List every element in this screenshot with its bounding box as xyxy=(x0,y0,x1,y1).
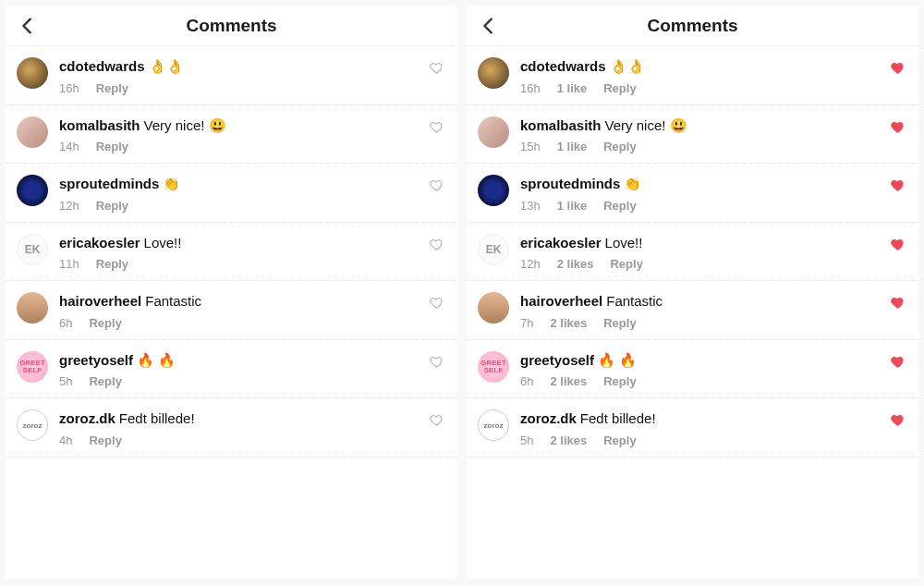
avatar[interactable]: EK xyxy=(17,234,48,265)
timestamp: 6h xyxy=(520,374,533,388)
comment-text: Love!! xyxy=(605,235,643,250)
timestamp: 12h xyxy=(520,257,541,271)
avatar[interactable]: zoroz xyxy=(17,409,48,441)
comment-text-line: komalbasithVery nice! 😃 xyxy=(59,116,415,135)
comment-meta: 12hReply xyxy=(59,199,415,213)
like-button[interactable] xyxy=(887,61,907,75)
comment-body: komalbasithVery nice! 😃15h1 likeReply xyxy=(520,116,876,154)
comment-row: zorozzoroz.dkFedt billede!4hReply xyxy=(6,398,457,458)
comment-text: 🔥 🔥 xyxy=(137,352,176,368)
reply-button[interactable]: Reply xyxy=(603,140,636,153)
comment-row: cdotedwards👌👌16hReply xyxy=(6,46,457,105)
back-button[interactable] xyxy=(476,13,502,39)
comment-text: Very nice! 😃 xyxy=(605,117,687,133)
reply-button[interactable]: Reply xyxy=(603,374,636,388)
avatar[interactable] xyxy=(478,175,509,206)
timestamp: 13h xyxy=(520,199,541,213)
like-button[interactable] xyxy=(426,355,446,369)
comment-text: Fantastic xyxy=(145,293,201,309)
comment-text: 👌👌 xyxy=(610,58,645,74)
like-count[interactable]: 1 like xyxy=(557,199,588,213)
avatar[interactable]: EK xyxy=(478,234,509,265)
reply-button[interactable]: Reply xyxy=(96,257,128,271)
heart-icon xyxy=(891,61,905,75)
avatar[interactable] xyxy=(17,292,48,324)
comment-meta: 7h2 likesReply xyxy=(520,316,876,330)
comment-row: GREET SELFgreetyoself🔥 🔥5hReply xyxy=(6,340,457,399)
avatar[interactable] xyxy=(478,57,509,89)
comment-text: 👏 xyxy=(624,176,641,191)
reply-button[interactable]: Reply xyxy=(89,433,121,447)
reply-button[interactable]: Reply xyxy=(603,433,636,447)
like-count[interactable]: 2 likes xyxy=(557,257,594,271)
like-count[interactable]: 2 likes xyxy=(550,316,587,330)
avatar[interactable]: zoroz xyxy=(478,409,509,441)
reply-button[interactable]: Reply xyxy=(89,316,121,330)
reply-button[interactable]: Reply xyxy=(96,140,128,153)
comment-row: sproutedminds👏12hReply xyxy=(6,164,457,223)
like-button[interactable] xyxy=(887,355,907,369)
like-button[interactable] xyxy=(887,413,907,427)
reply-button[interactable]: Reply xyxy=(603,199,636,213)
like-button[interactable] xyxy=(887,178,907,192)
timestamp: 4h xyxy=(59,433,72,447)
comment-row: zorozzoroz.dkFedt billede!5h2 likesReply xyxy=(467,398,918,458)
reply-button[interactable]: Reply xyxy=(96,199,128,213)
avatar[interactable] xyxy=(478,292,509,324)
username[interactable]: komalbasith xyxy=(59,117,140,133)
comment-text-line: greetyoself🔥 🔥 xyxy=(59,351,415,370)
page-title: Comments xyxy=(467,16,918,36)
like-count[interactable]: 1 like xyxy=(557,81,588,95)
avatar[interactable]: GREET SELF xyxy=(478,351,509,383)
like-button[interactable] xyxy=(426,61,446,75)
username[interactable]: hairoverheel xyxy=(520,293,602,309)
username[interactable]: sproutedminds xyxy=(59,176,159,191)
like-button[interactable] xyxy=(426,238,446,251)
username[interactable]: cdotedwards xyxy=(59,58,145,74)
comment-text-line: greetyoself🔥 🔥 xyxy=(520,351,876,370)
like-count[interactable]: 1 like xyxy=(557,140,588,153)
avatar[interactable]: GREET SELF xyxy=(17,351,48,383)
username[interactable]: cdotedwards xyxy=(520,58,606,74)
username[interactable]: sproutedminds xyxy=(520,176,620,191)
like-button[interactable] xyxy=(887,238,907,251)
comment-row: komalbasithVery nice! 😃15h1 likeReply xyxy=(467,105,918,165)
avatar[interactable] xyxy=(17,57,48,89)
username[interactable]: hairoverheel xyxy=(59,293,141,309)
username[interactable]: komalbasith xyxy=(520,117,602,133)
comment-list: cdotedwards👌👌16hReplykomalbasithVery nic… xyxy=(6,46,457,458)
avatar[interactable] xyxy=(17,116,48,148)
like-button[interactable] xyxy=(426,120,446,134)
username[interactable]: ericakoesler xyxy=(520,235,602,250)
panel-left: Comments cdotedwards👌👌16hReplykomalbasit… xyxy=(6,6,457,579)
comment-text-line: zoroz.dkFedt billede! xyxy=(520,409,876,428)
like-button[interactable] xyxy=(426,413,446,427)
username[interactable]: greetyoself xyxy=(520,352,594,368)
like-button[interactable] xyxy=(426,296,446,310)
username[interactable]: greetyoself xyxy=(59,352,133,368)
heart-icon xyxy=(891,296,905,310)
comment-meta: 4hReply xyxy=(59,433,415,447)
avatar[interactable] xyxy=(17,175,48,206)
like-count[interactable]: 2 likes xyxy=(550,374,587,388)
avatar[interactable] xyxy=(478,116,509,148)
timestamp: 16h xyxy=(520,81,541,95)
like-button[interactable] xyxy=(887,296,907,310)
comment-body: cdotedwards👌👌16hReply xyxy=(59,57,415,95)
username[interactable]: zoroz.dk xyxy=(520,410,577,426)
username[interactable]: ericakoesler xyxy=(59,235,140,250)
reply-button[interactable]: Reply xyxy=(89,374,121,388)
reply-button[interactable]: Reply xyxy=(603,316,636,330)
page-title: Comments xyxy=(6,16,457,36)
back-button[interactable] xyxy=(15,13,41,39)
like-count[interactable]: 2 likes xyxy=(550,433,587,447)
reply-button[interactable]: Reply xyxy=(610,257,642,271)
header: Comments xyxy=(6,6,457,46)
comment-meta: 14hReply xyxy=(59,140,415,153)
username[interactable]: zoroz.dk xyxy=(59,410,116,426)
heart-icon xyxy=(430,413,444,427)
reply-button[interactable]: Reply xyxy=(603,81,636,95)
like-button[interactable] xyxy=(887,120,907,134)
like-button[interactable] xyxy=(426,178,446,192)
reply-button[interactable]: Reply xyxy=(96,81,128,95)
